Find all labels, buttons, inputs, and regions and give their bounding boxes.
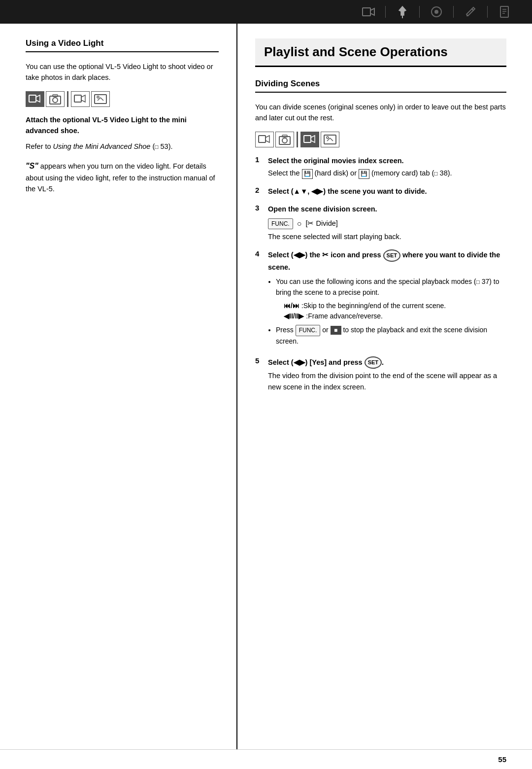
book-manual-icon bbox=[497, 4, 512, 20]
svg-point-31 bbox=[327, 137, 329, 139]
step-4-number: 4 bbox=[255, 249, 264, 350]
step-3-content: Open the scene division screen. FUNC. ○ … bbox=[268, 204, 401, 243]
svg-rect-0 bbox=[363, 8, 370, 16]
top-navigation-bar bbox=[0, 0, 532, 24]
icon-divider-4 bbox=[487, 6, 488, 18]
right-icon-separator bbox=[297, 132, 298, 147]
left-section-header: Using a Video Light bbox=[26, 38, 219, 52]
icon-separator-1 bbox=[67, 91, 68, 107]
sub-bullet-frame: ◀II/II▶ :Frame advance/reverse. bbox=[284, 311, 506, 322]
step-3-desc: The scene selected will start playing ba… bbox=[268, 231, 401, 242]
step-1-body: Select the 💾 (hard disk) or 💾 (memory ca… bbox=[268, 168, 452, 178]
set-key-step5: SET bbox=[365, 356, 382, 369]
step-4-bullets: You can use the following icons and the … bbox=[268, 277, 506, 347]
attach-instruction-title: Attach the optional VL-5 Video Light to … bbox=[26, 115, 219, 137]
step-3-body: FUNC. ○ [✂ Divide] bbox=[268, 217, 401, 230]
set-key-step4: SET bbox=[383, 249, 400, 262]
step-1-title: Select the original movies index screen. bbox=[268, 157, 404, 165]
refer-page: 53). bbox=[158, 142, 172, 150]
circle-dot-icon bbox=[429, 4, 444, 20]
step-1-content: Select the original movies index screen.… bbox=[268, 155, 452, 179]
step-1: 1 Select the original movies index scree… bbox=[255, 155, 506, 179]
top-icons-group bbox=[361, 4, 512, 20]
step-4-content: Select (◀▶) the ✂ icon and press SET whe… bbox=[268, 249, 506, 350]
refer-italic: Using the Mini Advanced Shoe bbox=[53, 142, 151, 150]
left-intro-text: You can use the optional VL-5 Video Ligh… bbox=[26, 61, 219, 83]
special-char-s: "S" bbox=[26, 162, 38, 170]
icon-divider-3 bbox=[453, 6, 454, 18]
appears-body: appears when you turn on the video light… bbox=[26, 162, 215, 193]
step-5-title: Select (◀▶) [Yes] and press SET. bbox=[268, 358, 384, 366]
svg-marker-1 bbox=[370, 8, 374, 15]
harddisk-icon: 💾 bbox=[302, 169, 313, 179]
stop-square-icon: ■ bbox=[331, 326, 341, 335]
camera-still-icon bbox=[46, 91, 65, 107]
pencil-edit-icon bbox=[463, 4, 478, 20]
svg-rect-6 bbox=[500, 6, 508, 17]
left-icon-row bbox=[26, 91, 219, 107]
right-icon-row bbox=[255, 132, 506, 147]
right-camera-still-icon bbox=[275, 132, 294, 147]
step-3-title: Open the scene division screen. bbox=[268, 205, 377, 213]
video-camera-icon-filled bbox=[26, 91, 44, 107]
step-5-number: 5 bbox=[255, 356, 264, 392]
svg-rect-26 bbox=[304, 136, 311, 142]
svg-rect-28 bbox=[324, 135, 336, 144]
step-5: 5 Select (◀▶) [Yes] and press SET. The v… bbox=[255, 356, 506, 392]
svg-rect-21 bbox=[259, 136, 266, 142]
sub-bullet-skip: ⏮/⏭ :Skip to the beginning/end of the cu… bbox=[284, 301, 506, 312]
step-5-body: The video from the division point to the… bbox=[268, 370, 506, 392]
svg-marker-22 bbox=[266, 136, 269, 142]
svg-marker-11 bbox=[36, 95, 40, 102]
bottom-bar: 55 bbox=[0, 749, 532, 769]
appears-text: "S" appears when you turn on the video l… bbox=[26, 160, 219, 195]
right-playback-filled-icon bbox=[300, 132, 319, 147]
svg-marker-27 bbox=[311, 136, 315, 142]
svg-marker-16 bbox=[81, 95, 85, 102]
refer-prefix: Refer to bbox=[26, 142, 53, 150]
svg-point-4 bbox=[434, 10, 438, 14]
video-play-icon bbox=[71, 91, 90, 107]
pin-thumbtack-icon bbox=[395, 4, 410, 20]
page-number: 55 bbox=[498, 755, 506, 764]
svg-line-19 bbox=[100, 98, 103, 101]
svg-point-13 bbox=[53, 98, 58, 103]
svg-line-30 bbox=[330, 138, 333, 141]
step-data-bind: Divide bbox=[316, 219, 335, 227]
right-intro-text: You can divide scenes (original scenes o… bbox=[255, 102, 506, 124]
func-key-step3: FUNC. bbox=[268, 218, 293, 230]
circle-symbol-step3: ○ bbox=[297, 219, 302, 228]
photo-view-icon bbox=[91, 91, 110, 107]
step-2-content: Select (▲▼, ◀▶) the scene you want to di… bbox=[268, 186, 427, 197]
step-2-title: Select (▲▼, ◀▶) the scene you want to di… bbox=[268, 187, 427, 195]
step-2: 2 Select (▲▼, ◀▶) the scene you want to … bbox=[255, 186, 506, 197]
refer-suffix: ( bbox=[150, 142, 155, 150]
dividing-scenes-header: Dividing Scenes bbox=[255, 79, 506, 93]
camera-movie-icon bbox=[361, 4, 376, 20]
main-content-area: Using a Video Light You can use the opti… bbox=[0, 24, 532, 749]
right-column: Playlist and Scene Operations Dividing S… bbox=[236, 24, 532, 749]
svg-rect-17 bbox=[95, 95, 106, 104]
svg-point-24 bbox=[282, 138, 287, 143]
svg-rect-15 bbox=[74, 95, 81, 102]
right-video-camera-icon bbox=[255, 132, 274, 147]
step-3: 3 Open the scene division screen. FUNC. … bbox=[255, 204, 506, 243]
step-1-number: 1 bbox=[255, 155, 264, 179]
left-column: Using a Video Light You can use the opti… bbox=[0, 24, 236, 749]
icon-divider-2 bbox=[419, 6, 420, 18]
steps-container: 1 Select the original movies index scree… bbox=[255, 155, 506, 392]
step-5-content: Select (◀▶) [Yes] and press SET. The vid… bbox=[268, 356, 506, 392]
right-page-title: Playlist and Scene Operations bbox=[255, 38, 506, 67]
step-3-number: 3 bbox=[255, 204, 264, 243]
step-2-number: 2 bbox=[255, 186, 264, 197]
ref-box-38: □ bbox=[434, 170, 437, 177]
refer-text: Refer to Using the Mini Advanced Shoe (□… bbox=[26, 141, 219, 152]
svg-point-20 bbox=[97, 96, 99, 98]
bullet-item-2: Press FUNC. or ■ to stop the playback an… bbox=[276, 325, 506, 347]
bullet-item-1: You can use the following icons and the … bbox=[276, 277, 506, 322]
memcard-icon: 💾 bbox=[359, 169, 369, 179]
ref-37: □ bbox=[476, 279, 480, 285]
func-key-bullet: FUNC. bbox=[296, 325, 321, 336]
step-4-title: Select (◀▶) the ✂ icon and press SET whe… bbox=[268, 251, 500, 271]
right-photo-view-icon bbox=[321, 132, 339, 147]
